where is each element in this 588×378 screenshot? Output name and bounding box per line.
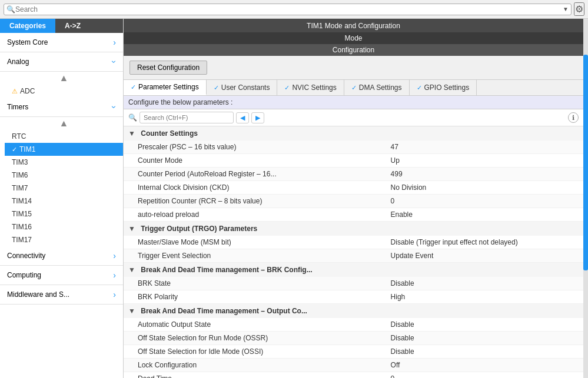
tab-label-nvic-settings: NVIC Settings <box>292 83 336 92</box>
chevron-right-icon: › <box>113 38 116 47</box>
sidebar-item-adc[interactable]: ⚠ ADC <box>5 85 123 98</box>
param-value-auto-output[interactable]: Disable <box>377 318 583 332</box>
sidebar-item-tim15[interactable]: TIM15 <box>5 208 123 220</box>
warning-icon-adc: ⚠ <box>12 88 18 95</box>
param-value-auto-reload[interactable]: Enable <box>377 208 583 222</box>
sidebar-item-tim1[interactable]: ✓ TIM1 <box>5 143 123 156</box>
param-dead-time: Dead Time 0 <box>124 372 583 379</box>
param-value-clock-division[interactable]: No Division <box>377 181 583 195</box>
sidebar-item-tim17[interactable]: TIM17 <box>5 233 123 246</box>
nav-next-btn[interactable]: ▶ <box>251 112 264 123</box>
param-value-brk-polarity[interactable]: High <box>377 290 583 304</box>
param-value-brk-state[interactable]: Disable <box>377 277 583 290</box>
param-label-auto-output: Automatic Output State <box>124 318 377 332</box>
scrollbar-thumb[interactable] <box>583 55 588 270</box>
check-icon-gpio: ✓ <box>417 84 422 92</box>
group-brk-config[interactable]: ▼ Break And Dead Time management – BRK C… <box>124 263 583 277</box>
param-label-clock-division: Internal Clock Division (CKD) <box>124 181 377 195</box>
tab-user-constants[interactable]: ✓ User Constants <box>207 80 278 95</box>
param-value-dead-time[interactable]: 0 <box>377 372 583 379</box>
param-label-lock-config: Lock Configuration <box>124 359 377 372</box>
param-value-repetition-counter[interactable]: 0 <box>377 195 583 208</box>
sidebar-item-middleware[interactable]: Middleware and S... › <box>0 285 123 305</box>
sidebar-label-tim15: TIM15 <box>12 210 32 218</box>
reset-config-button[interactable]: Reset Configuration <box>129 61 207 75</box>
param-label-dead-time: Dead Time <box>124 372 377 379</box>
info-button[interactable]: ℹ <box>568 112 579 123</box>
check-icon-tim1: ✓ <box>12 146 17 153</box>
search-icon: 🔍 <box>6 5 15 14</box>
tab-parameter-settings[interactable]: ✓ Parameter Settings <box>124 80 207 95</box>
param-value-ossr[interactable]: Disable <box>377 332 583 345</box>
param-search-input[interactable] <box>139 112 234 123</box>
tabs-bar: ✓ Parameter Settings ✓ User Constants ✓ … <box>124 80 583 96</box>
sidebar-label-tim16: TIM16 <box>12 223 32 231</box>
param-label-repetition-counter: Repetition Counter (RCR – 8 bits value) <box>124 195 377 208</box>
sidebar-item-timers[interactable]: Timers › <box>0 98 123 117</box>
param-auto-output: Automatic Output State Disable <box>124 318 583 332</box>
search-dropdown-btn[interactable]: ▼ <box>563 6 569 12</box>
group-trigger-output[interactable]: ▼ Trigger Output (TRGO) Parameters <box>124 222 583 236</box>
param-value-ossi[interactable]: Disable <box>377 345 583 359</box>
sidebar-tab-categories[interactable]: Categories <box>0 19 55 33</box>
param-master-slave: Master/Slave Mode (MSM bit) Disable (Tri… <box>124 236 583 249</box>
sidebar-item-tim6[interactable]: TIM6 <box>5 169 123 182</box>
param-trigger-event: Trigger Event Selection Update Event <box>124 249 583 263</box>
param-value-lock-config[interactable]: Off <box>377 359 583 372</box>
tab-label-gpio-settings: GPIO Settings <box>424 83 470 92</box>
param-value-trigger-event[interactable]: Update Event <box>377 249 583 263</box>
sidebar-item-computing[interactable]: Computing › <box>0 266 123 285</box>
sidebar-item-analog[interactable]: Analog › <box>0 52 123 72</box>
sidebar-item-system-core[interactable]: System Core › <box>0 33 123 52</box>
param-brk-polarity: BRK Polarity High <box>124 290 583 304</box>
param-value-master-slave[interactable]: Disable (Trigger input effect not delaye… <box>377 236 583 249</box>
sidebar-item-connectivity[interactable]: Connectivity › <box>0 246 123 266</box>
timers-scroll-up[interactable]: ▲ <box>5 117 123 130</box>
sidebar-label-analog: Analog <box>7 58 29 66</box>
sidebar-item-tim7[interactable]: TIM7 <box>5 182 123 195</box>
tab-label-parameter-settings: Parameter Settings <box>138 83 199 91</box>
search-icon-params: 🔍 <box>128 113 137 122</box>
param-label-auto-reload: auto-reload preload <box>124 208 377 222</box>
settings-gear-btn[interactable]: ⚙ <box>574 2 584 16</box>
params-header: Configure the below parameters : <box>124 96 583 109</box>
search-box: 🔍 ▼ <box>4 4 572 15</box>
params-area: Configure the below parameters : 🔍 ◀ ▶ ℹ… <box>124 96 583 378</box>
scrollbar[interactable] <box>583 19 588 378</box>
tab-gpio-settings[interactable]: ✓ GPIO Settings <box>410 80 477 95</box>
nav-prev-btn[interactable]: ◀ <box>236 112 249 123</box>
group-output-config[interactable]: ▼ Break And Dead Time management – Outpu… <box>124 304 583 319</box>
param-label-ossi: Off State Selection for Idle Mode (OSSI) <box>124 345 377 359</box>
chevron-right-icon-computing: › <box>113 270 116 280</box>
param-label-brk-state: BRK State <box>124 277 377 290</box>
main-layout: Categories A->Z System Core › Analog › ▲… <box>0 19 588 378</box>
analog-scroll-up[interactable]: ▲ <box>5 72 123 85</box>
sidebar-item-rtc[interactable]: RTC <box>5 130 123 143</box>
sidebar-label-tim17: TIM17 <box>12 236 32 244</box>
param-counter-mode: Counter Mode Up <box>124 154 583 168</box>
tab-nvic-settings[interactable]: ✓ NVIC Settings <box>277 80 344 95</box>
search-input[interactable] <box>15 5 563 14</box>
sidebar-tab-az[interactable]: A->Z <box>55 19 90 33</box>
top-bar: 🔍 ▼ ⚙ <box>0 0 588 19</box>
param-lock-config: Lock Configuration Off <box>124 359 583 372</box>
sidebar-label-system-core: System Core <box>7 38 48 46</box>
collapse-arrow-trigger: ▼ <box>128 225 135 233</box>
group-counter-settings[interactable]: ▼ Counter Settings <box>124 126 583 141</box>
sidebar-item-tim16[interactable]: TIM16 <box>5 220 123 233</box>
sidebar-item-tim14[interactable]: TIM14 <box>5 195 123 208</box>
check-icon-dma: ✓ <box>351 84 357 92</box>
sidebar-label-rtc: RTC <box>12 132 26 141</box>
param-label-master-slave: Master/Slave Mode (MSM bit) <box>124 236 377 249</box>
check-icon-param: ✓ <box>131 83 136 91</box>
tab-dma-settings[interactable]: ✓ DMA Settings <box>344 80 410 95</box>
param-value-counter-mode[interactable]: Up <box>377 154 583 168</box>
param-repetition-counter: Repetition Counter (RCR – 8 bits value) … <box>124 195 583 208</box>
sidebar-item-tim3[interactable]: TIM3 <box>5 156 123 169</box>
param-ossi: Off State Selection for Idle Mode (OSSI)… <box>124 345 583 359</box>
tab-label-user-constants: User Constants <box>221 83 270 92</box>
check-icon-user-const: ✓ <box>214 84 219 92</box>
reset-bar: Reset Configuration <box>124 56 583 80</box>
param-value-counter-period[interactable]: 499 <box>377 168 583 181</box>
param-value-prescaler[interactable]: 47 <box>377 141 583 154</box>
